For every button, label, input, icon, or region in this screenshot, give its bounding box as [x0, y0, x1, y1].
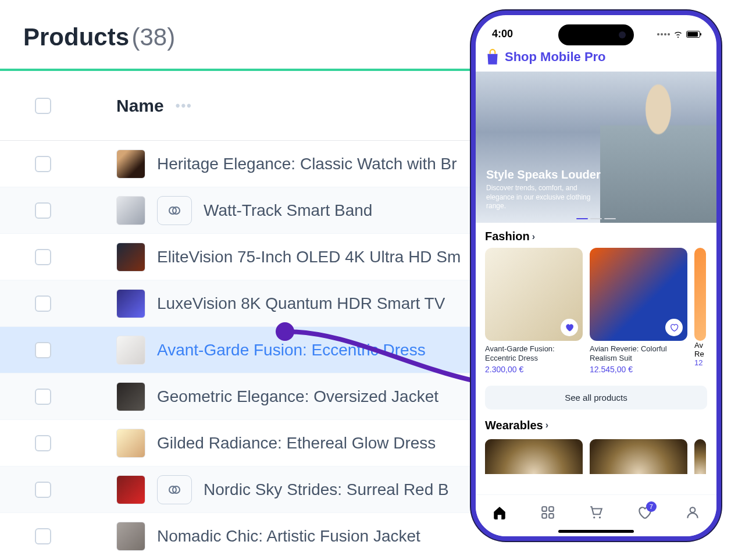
product-card[interactable]: Avant-Garde Fusion: Eccentric Dress 2.30…: [485, 248, 583, 374]
page-header: Products (38): [0, 0, 471, 69]
row-checkbox[interactable]: [35, 249, 51, 265]
favorite-button[interactable]: [561, 319, 578, 336]
chevron-right-icon: ›: [545, 420, 548, 430]
row-checkbox[interactable]: [35, 295, 51, 312]
table-row[interactable]: Watt-Track Smart Band: [0, 187, 471, 234]
hero-pagination[interactable]: [576, 218, 616, 219]
app-logo-icon: [485, 48, 500, 66]
product-image[interactable]: [590, 439, 687, 474]
product-name: LuxeVision 8K Quantum HDR Smart TV: [157, 294, 445, 313]
row-checkbox[interactable]: [35, 202, 51, 219]
hero-title: Style Speaks Louder: [486, 168, 602, 181]
product-name: Avant-Garde Fusion: Eccentric Dress: [485, 344, 583, 364]
row-checkbox[interactable]: [35, 528, 51, 544]
row-checkbox[interactable]: [35, 342, 51, 358]
battery-icon: [686, 31, 700, 38]
product-image: [694, 248, 706, 341]
row-checkbox[interactable]: [35, 156, 51, 172]
product-name: Avant-Garde Fusion: Eccentric Dress: [157, 341, 426, 359]
variants-icon[interactable]: [157, 196, 192, 225]
product-name: Heritage Elegance: Classic Watch with Br: [157, 155, 457, 173]
app-header: Shop Mobile Pro: [476, 45, 716, 72]
phone-notch: [558, 24, 634, 45]
product-count: (38): [131, 23, 175, 51]
phone-preview: 4:00 Shop Mobile Pro Style Speaks Louder…: [471, 10, 721, 541]
favorites-badge: 7: [646, 501, 657, 512]
product-card[interactable]: Avian Reverie: Colorful Realism Suit 12.…: [590, 248, 687, 374]
product-name: Avian Reverie: Colorful Realism Suit: [590, 344, 687, 364]
favorite-button[interactable]: [665, 319, 683, 336]
svg-point-10: [593, 517, 595, 518]
tab-profile[interactable]: [685, 505, 700, 520]
table-row[interactable]: EliteVision 75-Inch OLED 4K Ultra HD Sm: [0, 234, 471, 280]
table-row[interactable]: Heritage Elegance: Classic Watch with Br: [0, 141, 471, 187]
svg-rect-8: [542, 514, 547, 518]
wifi-icon: [673, 31, 683, 38]
table-row[interactable]: Gilded Radiance: Ethereal Glow Dress: [0, 420, 471, 466]
chevron-right-icon: ›: [532, 232, 535, 242]
tab-categories[interactable]: [540, 505, 555, 520]
svg-rect-6: [542, 507, 547, 511]
tab-favorites[interactable]: 7: [637, 505, 652, 520]
row-checkbox[interactable]: [35, 389, 51, 405]
row-checkbox[interactable]: [35, 435, 51, 451]
svg-rect-9: [549, 514, 554, 518]
table-header: Name •••: [0, 71, 471, 141]
see-all-button[interactable]: See all products: [485, 386, 707, 409]
product-thumbnail: [116, 196, 145, 225]
svg-rect-7: [549, 507, 554, 511]
table-row[interactable]: Avant-Garde Fusion: Eccentric Dress: [0, 327, 471, 373]
table-row[interactable]: Geometric Elegance: Oversized Jacket: [0, 373, 471, 420]
product-image[interactable]: [694, 439, 706, 474]
product-thumbnail: [116, 475, 145, 504]
section-fashion-header[interactable]: Fashion ›: [485, 230, 707, 243]
product-name: Nordic Sky Strides: Surreal Red B: [204, 480, 449, 499]
variants-icon[interactable]: [157, 475, 192, 504]
product-name: EliteVision 75-Inch OLED 4K Ultra HD Sm: [157, 248, 461, 266]
product-image: [485, 248, 583, 341]
select-all-checkbox[interactable]: [35, 98, 51, 114]
svg-point-12: [690, 507, 695, 512]
product-thumbnail: [116, 243, 145, 272]
product-card-peek[interactable]: Av Re 12: [694, 248, 706, 374]
product-price: 2.300,00 €: [485, 365, 583, 374]
app-name: Shop Mobile Pro: [505, 49, 606, 65]
table-row[interactable]: Nordic Sky Strides: Surreal Red B: [0, 466, 471, 513]
column-header-name[interactable]: Name: [116, 96, 164, 116]
table-row[interactable]: LuxeVision 8K Quantum HDR Smart TV: [0, 280, 471, 327]
product-thumbnail: [116, 382, 145, 411]
page-title: Products: [23, 23, 129, 51]
product-name: Gilded Radiance: Ethereal Glow Dress: [157, 434, 436, 453]
tab-home[interactable]: [492, 505, 507, 520]
product-thumbnail: [116, 429, 145, 458]
product-name: Watt-Track Smart Band: [204, 201, 372, 220]
row-checkbox[interactable]: [35, 482, 51, 498]
product-name: Geometric Elegance: Oversized Jacket: [157, 387, 438, 406]
product-thumbnail: [116, 522, 145, 551]
product-thumbnail: [116, 289, 145, 318]
tab-cart[interactable]: [589, 505, 604, 520]
hero-banner[interactable]: Style Speaks Louder Discover trends, com…: [476, 72, 716, 223]
section-wearables-header[interactable]: Wearables ›: [485, 419, 707, 432]
product-price: 12.545,00 €: [590, 365, 687, 374]
product-image: [590, 248, 687, 341]
svg-point-11: [599, 517, 601, 518]
product-thumbnail: [116, 149, 145, 179]
table-row[interactable]: Nomadic Chic: Artistic Fusion Jacket: [0, 513, 471, 552]
status-time: 4:00: [492, 28, 513, 40]
signal-icon: [657, 33, 670, 35]
home-indicator: [558, 530, 634, 533]
product-name: Nomadic Chic: Artistic Fusion Jacket: [157, 527, 420, 546]
column-menu-icon[interactable]: •••: [176, 98, 192, 113]
product-thumbnail: [116, 336, 145, 365]
product-image[interactable]: [485, 439, 583, 474]
hero-subtitle: Discover trends, comfort, and elegance i…: [486, 184, 602, 211]
